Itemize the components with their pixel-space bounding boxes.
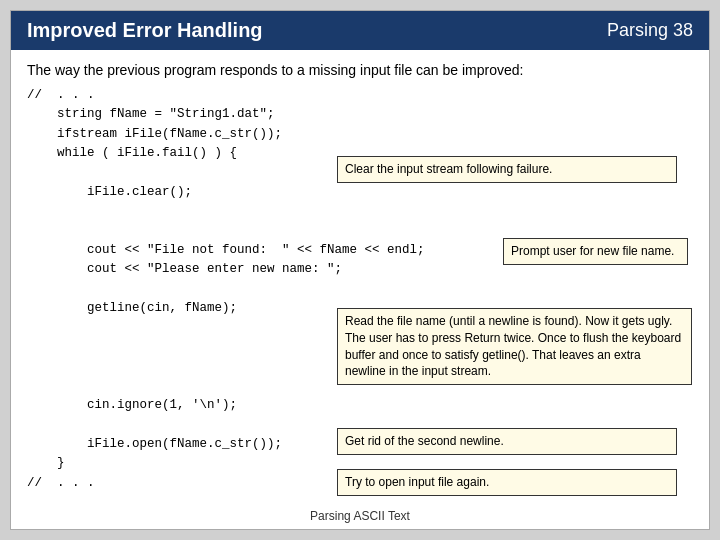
slide-header: Improved Error Handling Parsing 38 — [11, 11, 709, 50]
code-line-7 — [27, 202, 693, 221]
intro-text: The way the previous program responds to… — [27, 62, 693, 78]
code-line-17: cin.ignore(1, '\n'); — [27, 396, 693, 415]
annotation-ignore-text: Get rid of the second newline. — [345, 434, 504, 448]
code-line-11 — [27, 280, 693, 299]
slide-content: The way the previous program responds to… — [11, 50, 709, 505]
slide-title: Improved Error Handling — [27, 19, 263, 42]
annotation-prompt-text: Prompt user for new file name. — [511, 244, 674, 258]
annotation-open-text: Try to open input file again. — [345, 475, 489, 489]
annotation-ignore: Get rid of the second newline. — [337, 428, 677, 455]
footer-text: Parsing ASCII Text — [310, 509, 410, 523]
code-line-6: iFile.clear(); — [27, 183, 693, 202]
annotation-clear: Clear the input stream following failure… — [337, 156, 677, 183]
code-line-2: string fName = "String1.dat"; — [27, 105, 693, 124]
annotation-getline-text: Read the file name (until a newline is f… — [345, 314, 681, 378]
code-line-1: // . . . — [27, 86, 693, 105]
annotation-getline: Read the file name (until a newline is f… — [337, 308, 692, 385]
code-line-3: ifstream iFile(fName.c_str()); — [27, 125, 693, 144]
code-block: // . . . string fName = "String1.dat"; i… — [27, 86, 693, 493]
slide-page: Parsing 38 — [607, 20, 693, 41]
slide: Improved Error Handling Parsing 38 The w… — [10, 10, 710, 530]
slide-footer: Parsing ASCII Text — [11, 509, 709, 523]
annotation-open: Try to open input file again. — [337, 469, 677, 496]
annotation-prompt: Prompt user for new file name. — [503, 238, 688, 265]
annotation-clear-text: Clear the input stream following failure… — [345, 162, 552, 176]
